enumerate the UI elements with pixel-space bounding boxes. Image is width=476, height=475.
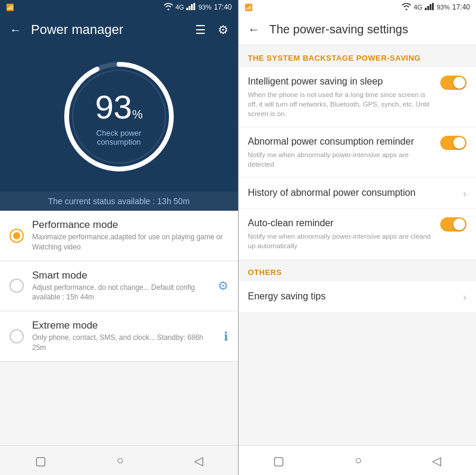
extreme-mode-info-icon[interactable]: ℹ xyxy=(224,329,228,343)
abnormal-reminder-title: Abnormal power consumption reminder xyxy=(248,136,434,148)
auto-clean-knob xyxy=(453,218,465,230)
app-title: Power manager xyxy=(31,22,195,38)
battery-circle[interactable]: 93% Check power consumption xyxy=(60,57,178,176)
mode-item-smart[interactable]: Smart mode Adjust performance, do not ch… xyxy=(0,261,238,312)
auto-clean-title: Auto-clean reminder xyxy=(248,217,434,230)
smart-mode-gear-icon[interactable]: ⚙ xyxy=(218,279,228,293)
back-button[interactable]: ← xyxy=(10,23,21,37)
mode-list: Performance mode Maximaize performance,a… xyxy=(0,211,238,445)
right-status-bar: 📶 4G 93% 17:40 xyxy=(239,0,477,14)
energy-tips-chevron-icon: › xyxy=(463,291,466,304)
intelligent-sleep-toggle[interactable] xyxy=(440,76,466,90)
mode-info-performance: Performance mode Maximaize performance,a… xyxy=(32,219,228,252)
nav-circle-icon[interactable]: ○ xyxy=(117,454,124,467)
battery-section: 93% Check power consumption xyxy=(0,45,238,182)
abnormal-reminder-control xyxy=(440,136,466,150)
abnormal-reminder-text: Abnormal power consumption reminder Noti… xyxy=(248,136,434,169)
setting-intelligent-sleep: Intelligent power saving in sleep When t… xyxy=(239,67,477,127)
left-status-bar: 📶 4G 93% 17:40 xyxy=(0,0,238,14)
setting-abnormal-history[interactable]: History of abnormal power consumption › xyxy=(239,178,477,209)
settings-button[interactable]: ⚙ xyxy=(218,23,228,37)
right-nav-square-icon[interactable]: ▢ xyxy=(273,454,284,468)
right-back-button[interactable]: ← xyxy=(248,23,260,36)
svg-rect-3 xyxy=(193,3,195,10)
time-display: 17:40 xyxy=(214,3,231,11)
mode-desc-smart: Adjust performance, do not change... Def… xyxy=(32,283,212,303)
right-wifi-icon xyxy=(402,3,411,11)
setting-auto-clean: Auto-clean reminder Notify me when abnor… xyxy=(239,209,477,259)
intelligent-sleep-knob xyxy=(453,77,465,89)
mode-item-performance[interactable]: Performance mode Maximaize performance,a… xyxy=(0,211,238,261)
battery-percent-display: 93% Check power consumption xyxy=(89,88,149,146)
network-4g: 4G xyxy=(176,4,184,11)
mode-radio-extreme[interactable] xyxy=(10,329,24,343)
energy-tips-text: Energy saving tips xyxy=(248,290,456,303)
abnormal-history-text: History of abnormal power consumption xyxy=(248,187,456,199)
mode-item-extreme[interactable]: Extreme mode Only phone, contact, SMS, a… xyxy=(0,311,238,362)
mode-name-extreme: Extreme mode xyxy=(32,320,218,332)
intelligent-sleep-desc: When the phone is not used for a long ti… xyxy=(248,90,434,118)
abnormal-reminder-knob xyxy=(453,137,465,149)
right-panel: 📶 4G 93% 17:40 xyxy=(239,0,477,475)
right-signal-bars xyxy=(425,3,434,11)
mode-name-smart: Smart mode xyxy=(32,270,212,282)
svg-rect-1 xyxy=(189,6,190,10)
left-status-left: 📶 xyxy=(6,4,14,11)
mode-radio-smart[interactable] xyxy=(10,279,24,293)
signal-bars xyxy=(186,3,196,11)
abnormal-history-control: › xyxy=(463,186,466,200)
svg-rect-9 xyxy=(430,4,431,10)
left-panel: 📶 4G 93% 17:40 xyxy=(0,0,238,475)
nav-square-icon[interactable]: ▢ xyxy=(35,454,46,468)
settings-card-system: Intelligent power saving in sleep When t… xyxy=(239,67,477,259)
right-time-display: 17:40 xyxy=(452,3,470,11)
right-app-bar: ← The power-saving settings xyxy=(239,14,477,45)
mode-desc-performance: Maximaize performance,adapted for use on… xyxy=(32,232,228,252)
abnormal-reminder-toggle[interactable] xyxy=(440,136,466,150)
left-app-bar: ← Power manager ☰ ⚙ xyxy=(0,14,238,45)
menu-button[interactable]: ☰ xyxy=(195,23,206,37)
right-status-right: 4G 93% 17:40 xyxy=(402,3,470,11)
right-network-4g: 4G xyxy=(414,4,422,11)
section-header-system: THE SYSTEM BACKSTAGE POWER-SAVING xyxy=(239,45,477,67)
energy-tips-control: › xyxy=(463,290,466,304)
app-bar-actions: ☰ ⚙ xyxy=(195,23,228,37)
nav-back-icon[interactable]: ◁ xyxy=(194,454,203,468)
right-battery-status: 93% xyxy=(437,4,450,11)
intelligent-sleep-title: Intelligent power saving in sleep xyxy=(248,76,434,88)
energy-tips-title: Energy saving tips xyxy=(248,290,456,303)
settings-card-others: Energy saving tips › xyxy=(239,282,477,312)
battery-label: Check power consumption xyxy=(89,129,149,146)
setting-energy-tips[interactable]: Energy saving tips › xyxy=(239,282,477,312)
abnormal-history-title: History of abnormal power consumption xyxy=(248,187,456,199)
auto-clean-control xyxy=(440,217,466,232)
right-nav-bar: ▢ ○ ◁ xyxy=(239,445,477,475)
battery-status: 93% xyxy=(198,4,211,11)
svg-rect-7 xyxy=(425,8,427,10)
mode-name-performance: Performance mode xyxy=(32,219,228,231)
auto-clean-text: Auto-clean reminder Notify me when abnor… xyxy=(248,217,434,251)
intelligent-sleep-text: Intelligent power saving in sleep When t… xyxy=(248,76,434,118)
right-nav-back-icon[interactable]: ◁ xyxy=(432,454,441,468)
svg-rect-2 xyxy=(191,4,193,10)
abnormal-history-chevron-icon: › xyxy=(463,188,466,200)
left-nav-bar: ▢ ○ ◁ xyxy=(0,445,238,475)
mode-info-smart: Smart mode Adjust performance, do not ch… xyxy=(32,270,212,303)
svg-rect-10 xyxy=(432,3,434,10)
wifi-icon xyxy=(164,3,173,11)
right-app-title: The power-saving settings xyxy=(270,23,467,36)
svg-rect-8 xyxy=(427,6,429,10)
right-notification-icon: 📶 xyxy=(245,4,253,11)
section-header-others: OTHERS xyxy=(239,260,477,282)
setting-abnormal-reminder: Abnormal power consumption reminder Noti… xyxy=(239,127,477,178)
notification-icon: 📶 xyxy=(6,4,14,11)
right-nav-circle-icon[interactable]: ○ xyxy=(355,454,362,467)
auto-clean-toggle[interactable] xyxy=(440,217,466,232)
mode-radio-performance[interactable] xyxy=(10,229,24,243)
abnormal-reminder-desc: Notify me when abnormally power-intensiv… xyxy=(248,150,434,169)
battery-percent-value: 93% xyxy=(89,88,149,126)
right-status-left: 📶 xyxy=(245,4,253,11)
status-available: The current status available : 13h 50m xyxy=(0,192,238,211)
left-status-right: 4G 93% 17:40 xyxy=(164,3,232,11)
mode-info-extreme: Extreme mode Only phone, contact, SMS, a… xyxy=(32,320,218,353)
